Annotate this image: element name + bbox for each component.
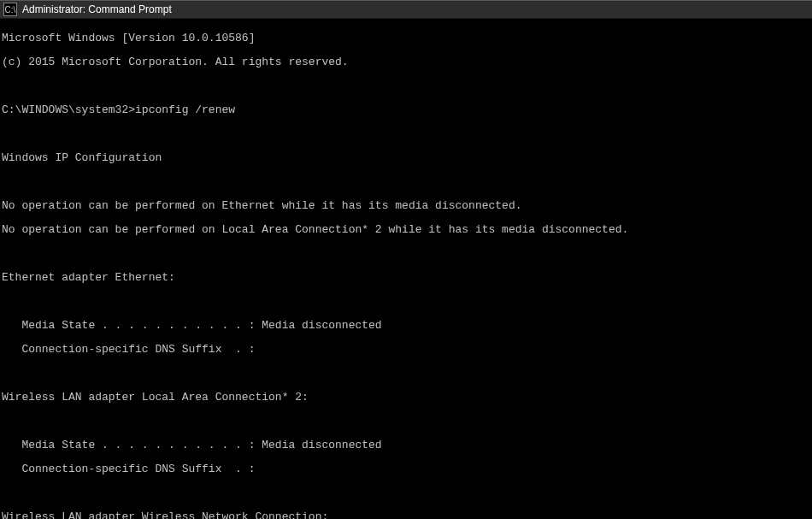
output-line: Media State . . . . . . . . . . . : Medi… — [2, 439, 810, 451]
typed-command: ipconfig /renew — [135, 103, 235, 116]
output-line: Media State . . . . . . . . . . . : Medi… — [2, 320, 810, 332]
output-line: Microsoft Windows [Version 10.0.10586] — [2, 32, 810, 44]
output-line: Connection-specific DNS Suffix . : — [2, 344, 810, 356]
adapter-title: Ethernet adapter Ethernet: — [2, 272, 810, 284]
blank-line — [2, 296, 810, 308]
output-line: Connection-specific DNS Suffix . : — [2, 463, 810, 475]
command-line: C:\WINDOWS\system32>ipconfig /renew — [2, 104, 810, 116]
blank-line — [2, 128, 810, 140]
blank-line — [2, 416, 810, 428]
output-line: No operation can be performed on Etherne… — [2, 200, 810, 212]
prompt: C:\WINDOWS\system32> — [2, 103, 135, 116]
blank-line — [2, 368, 810, 380]
blank-line — [2, 487, 810, 499]
output-line: No operation can be performed on Local A… — [2, 224, 810, 236]
output-line: (c) 2015 Microsoft Corporation. All righ… — [2, 56, 810, 68]
output-header: Windows IP Configuration — [2, 152, 810, 164]
console-output[interactable]: Microsoft Windows [Version 10.0.10586] (… — [0, 19, 812, 519]
blank-line — [2, 176, 810, 188]
window-title: Administrator: Command Prompt — [22, 3, 172, 15]
adapter-title: Wireless LAN adapter Wireless Network Co… — [2, 511, 810, 519]
adapter-title: Wireless LAN adapter Local Area Connecti… — [2, 392, 810, 404]
cmd-icon: C:\ — [3, 3, 17, 16]
blank-line — [2, 248, 810, 260]
blank-line — [2, 80, 810, 92]
window-titlebar[interactable]: C:\ Administrator: Command Prompt — [0, 0, 812, 19]
